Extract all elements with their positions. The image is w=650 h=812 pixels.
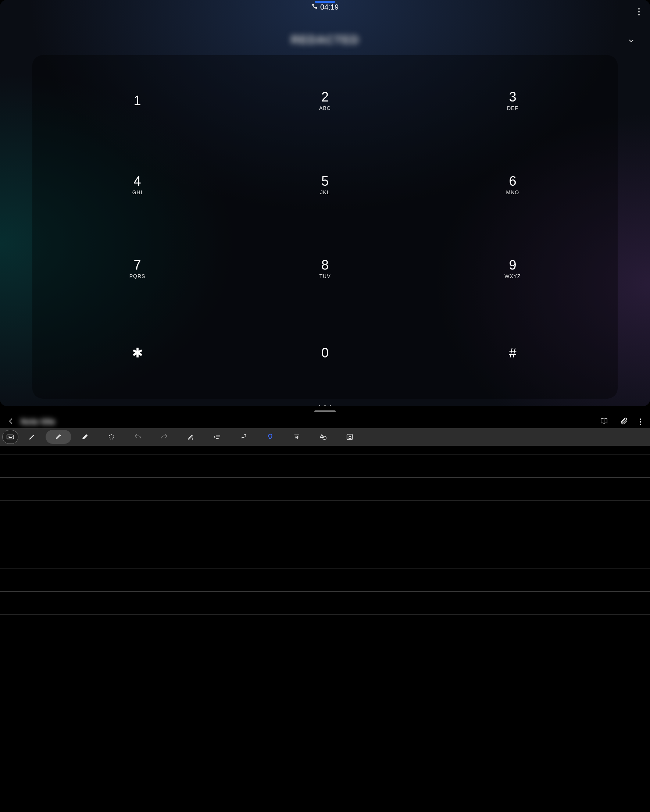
align-tool[interactable] <box>204 430 230 444</box>
note-canvas[interactable] <box>0 446 650 812</box>
auto-format-tool[interactable]: a <box>284 430 310 444</box>
svg-text:T: T <box>192 437 194 441</box>
keypad-digit: # <box>509 346 516 360</box>
keyboard-tool[interactable] <box>2 430 18 444</box>
easy-writing-tool[interactable] <box>257 430 283 444</box>
keypad-digit: 8 <box>321 258 329 272</box>
keypad-key-1[interactable]: 1 <box>43 59 231 143</box>
keypad-key-8[interactable]: 8TUV <box>231 227 419 311</box>
straighten-tool[interactable]: T <box>231 430 256 444</box>
keypad-digit: 9 <box>509 258 516 272</box>
svg-text:a: a <box>295 435 297 439</box>
reading-mode-button[interactable] <box>596 415 612 429</box>
note-title: Note title <box>21 417 55 427</box>
keypad-key-star[interactable]: ✱ <box>43 311 231 395</box>
pen-tool[interactable] <box>19 430 45 444</box>
ruled-line <box>0 477 650 478</box>
notes-more-button[interactable] <box>636 416 645 427</box>
lasso-select-tool[interactable] <box>99 430 124 444</box>
keypad-digit: 2 <box>321 90 329 104</box>
split-drag-handle[interactable] <box>0 407 650 415</box>
keypad-sub: PQRS <box>130 273 146 279</box>
svg-rect-1 <box>7 435 14 439</box>
convert-text-tool[interactable]: T <box>178 430 204 444</box>
phone-call-pane: 04:19 REDACTED 12ABC3DEF4GHI5JKL6MNO7PQR… <box>0 0 650 406</box>
keypad-sub: JKL <box>320 189 330 195</box>
keypad-sub: TUV <box>319 273 331 279</box>
ruled-line <box>0 614 650 615</box>
keypad-digit: ✱ <box>132 346 143 360</box>
keypad-sub: WXYZ <box>504 273 520 279</box>
redo-tool <box>151 430 177 444</box>
keypad-sub: GHI <box>132 189 143 195</box>
keypad-sub: MNO <box>506 189 519 195</box>
keypad-key-4[interactable]: 4GHI <box>43 143 231 227</box>
keypad-sub: DEF <box>507 105 519 111</box>
highlighter-tool[interactable] <box>46 430 71 444</box>
undo-tool <box>125 430 151 444</box>
ruled-line <box>0 546 650 546</box>
keypad-key-0[interactable]: 0 <box>231 311 419 395</box>
drawing-toolbar: TTa <box>0 428 650 446</box>
keypad-key-6[interactable]: 6MNO <box>419 143 606 227</box>
phone-icon <box>311 3 318 11</box>
collapse-keypad-button[interactable] <box>627 37 635 46</box>
keypad-key-hash[interactable]: # <box>419 311 606 395</box>
keypad-digit: 7 <box>134 258 141 272</box>
keypad-key-2[interactable]: 2ABC <box>231 59 419 143</box>
svg-text:T: T <box>244 434 246 438</box>
keypad-key-3[interactable]: 3DEF <box>419 59 606 143</box>
keypad-key-7[interactable]: 7PQRS <box>43 227 231 311</box>
back-button[interactable] <box>5 415 17 429</box>
keypad-digit: 6 <box>509 175 516 188</box>
keypad-digit: 0 <box>321 346 329 360</box>
lock-canvas-tool[interactable] <box>337 430 363 444</box>
eraser-tool[interactable] <box>72 430 98 444</box>
keypad-sub: ABC <box>319 105 331 111</box>
keypad-key-9[interactable]: 9WXYZ <box>419 227 606 311</box>
ruled-line <box>0 569 650 569</box>
notes-app-pane: Note title TTa <box>0 406 650 812</box>
svg-rect-17 <box>349 437 351 439</box>
dtmf-keypad: 12ABC3DEF4GHI5JKL6MNO7PQRS8TUV9WXYZ✱0# <box>32 55 617 398</box>
shape-tool[interactable] <box>310 430 336 444</box>
caller-name: REDACTED <box>291 33 359 47</box>
ruled-line <box>0 591 650 592</box>
attach-button[interactable] <box>616 415 632 429</box>
notes-header: Note title <box>0 415 650 428</box>
ruled-line <box>0 455 650 455</box>
keypad-key-5[interactable]: 5JKL <box>231 143 419 227</box>
ruled-line <box>0 500 650 501</box>
call-status: 04:19 <box>0 3 650 11</box>
keypad-digit: 3 <box>509 90 516 104</box>
split-indicator-icon <box>319 405 332 406</box>
call-duration: 04:19 <box>320 3 339 11</box>
keypad-digit: 4 <box>134 175 141 188</box>
keypad-digit: 1 <box>134 94 141 107</box>
more-options-button[interactable] <box>635 5 642 18</box>
keypad-digit: 5 <box>321 175 329 188</box>
svg-point-15 <box>323 436 326 440</box>
svg-point-7 <box>109 435 114 440</box>
